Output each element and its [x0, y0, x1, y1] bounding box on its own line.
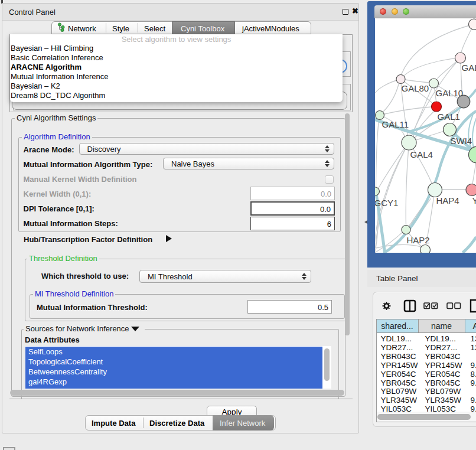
- svg-text:HAP4: HAP4: [436, 195, 459, 206]
- svg-text:SWI4: SWI4: [450, 136, 472, 146]
- svg-text:GAL10: GAL10: [435, 88, 463, 98]
- svg-text:GAL80: GAL80: [401, 83, 429, 93]
- svg-text:HAP2: HAP2: [406, 235, 429, 245]
- svg-text:GAL4: GAL4: [410, 149, 432, 159]
- svg-text:GAL11: GAL11: [382, 119, 409, 129]
- svg-text:GAL1: GAL1: [437, 112, 459, 122]
- svg-text:Y: Y: [472, 195, 476, 206]
- svg-text:GCY1: GCY1: [375, 198, 398, 208]
- svg-text:GAL7: GAL7: [461, 63, 476, 73]
